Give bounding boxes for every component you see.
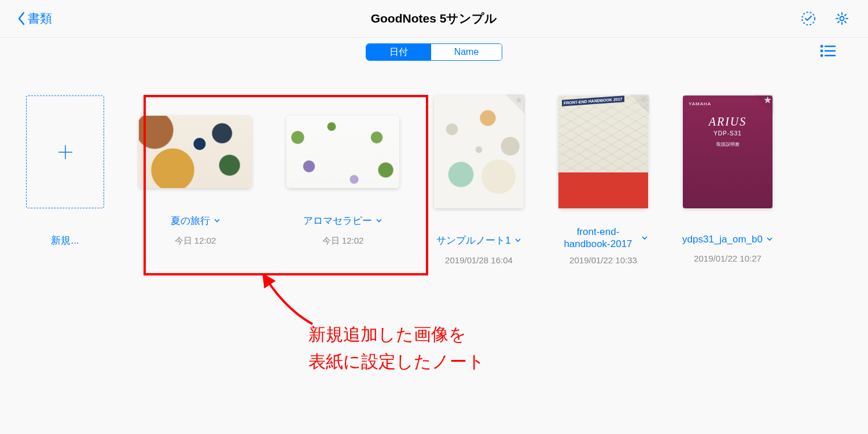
note-card[interactable]: FRONT-END HANDBOOK 2017 front-end-handbo… xyxy=(558,95,648,265)
note-title: サンプルノート1 xyxy=(436,234,510,247)
new-document-card: 新規... xyxy=(26,95,104,247)
note-thumbnail[interactable] xyxy=(286,116,399,188)
note-card[interactable]: サンプルノート1 2019/01/28 16:04 xyxy=(434,95,524,265)
back-label: 書類 xyxy=(28,10,52,27)
note-title-button[interactable]: front-end-handbook-2017 xyxy=(558,226,648,251)
star-icon xyxy=(514,95,524,105)
note-thumbnail[interactable]: FRONT-END HANDBOOK 2017 xyxy=(558,95,648,208)
note-title-button[interactable]: 夏の旅行 xyxy=(171,214,220,227)
svg-point-4 xyxy=(821,50,822,52)
note-thumbnail[interactable] xyxy=(434,95,524,208)
back-button[interactable]: 書類 xyxy=(17,10,52,27)
note-title-button[interactable]: アロマセラピー xyxy=(303,214,382,227)
select-icon[interactable] xyxy=(800,10,817,27)
gear-icon[interactable] xyxy=(833,10,851,27)
note-date: 今日 12:02 xyxy=(322,236,364,247)
note-title: アロマセラピー xyxy=(303,214,372,227)
note-title: ydps31_ja_om_b0 xyxy=(682,234,763,245)
svg-point-6 xyxy=(821,55,822,56)
chevron-down-icon xyxy=(376,215,382,227)
chevron-left-icon xyxy=(17,12,25,25)
note-title-button[interactable]: ydps31_ja_om_b0 xyxy=(682,234,773,245)
star-icon xyxy=(638,95,648,105)
note-title: front-end-handbook-2017 xyxy=(558,226,638,251)
annotation-arrow xyxy=(255,272,324,330)
note-date: 2019/01/22 10:33 xyxy=(569,255,637,265)
sort-by-name[interactable]: Name xyxy=(431,44,502,60)
svg-point-2 xyxy=(821,46,822,47)
favorite-corner[interactable] xyxy=(630,94,649,114)
cover-brand: YAMAHA xyxy=(689,101,711,106)
cover-text: FRONT-END HANDBOOK 2017 xyxy=(562,95,624,106)
note-card[interactable]: 夏の旅行 今日 12:02 xyxy=(139,95,252,247)
documents-grid: 新規... 夏の旅行 今日 12:02 アロマセラピー 今日 12:02 サンプ… xyxy=(0,67,868,265)
chevron-down-icon xyxy=(641,232,648,244)
chevron-down-icon xyxy=(214,215,220,227)
header-bar: 書類 GoodNotes 5サンプル xyxy=(0,0,868,38)
note-thumbnail[interactable]: YAMAHA ARIUS YDP-S31 取扱説明書 xyxy=(683,95,773,208)
note-card[interactable]: YAMAHA ARIUS YDP-S31 取扱説明書 ydps31_ja_om_… xyxy=(683,95,773,263)
note-date: 2019/01/28 16:04 xyxy=(445,255,513,265)
note-date: 2019/01/22 10:27 xyxy=(694,253,762,263)
list-view-icon[interactable] xyxy=(820,45,836,60)
note-date: 今日 12:02 xyxy=(175,236,216,247)
favorite-corner[interactable] xyxy=(754,94,774,114)
sort-segmented-control: 日付 Name xyxy=(366,43,503,61)
note-thumbnail[interactable] xyxy=(139,116,252,188)
chevron-down-icon xyxy=(514,235,521,247)
favorite-corner[interactable] xyxy=(505,94,525,114)
note-card[interactable]: アロマセラピー 今日 12:02 xyxy=(286,95,399,247)
plus-icon xyxy=(55,142,76,163)
star-icon xyxy=(763,95,773,105)
chevron-down-icon xyxy=(766,234,773,245)
svg-point-1 xyxy=(840,17,844,21)
note-title: 夏の旅行 xyxy=(171,214,210,227)
sort-by-date[interactable]: 日付 xyxy=(366,44,431,60)
new-document-label[interactable]: 新規... xyxy=(51,234,79,247)
toolbar: 日付 Name xyxy=(0,38,868,67)
cover-model: ARIUS YDP-S31 取扱説明書 xyxy=(683,115,773,148)
note-title-button[interactable]: サンプルノート1 xyxy=(436,234,521,247)
page-title: GoodNotes 5サンプル xyxy=(371,10,498,27)
new-document-button[interactable] xyxy=(26,95,104,208)
annotation-text: 新規追加した画像を表紙に設定したノート xyxy=(308,321,485,375)
